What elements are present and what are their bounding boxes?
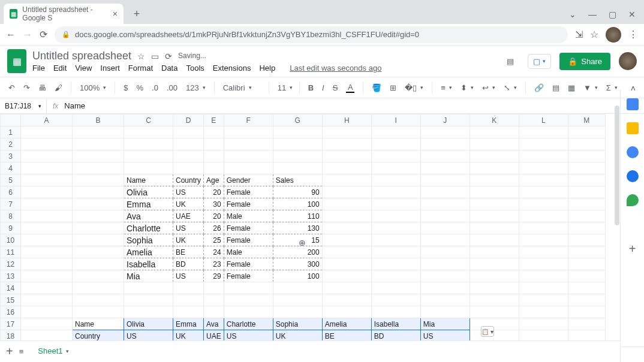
cell[interactable] <box>519 186 568 198</box>
menu-help[interactable]: Help <box>259 64 275 73</box>
forward-icon[interactable]: → <box>23 29 32 40</box>
cell[interactable] <box>470 270 519 282</box>
cell[interactable] <box>124 138 173 150</box>
cell[interactable] <box>204 294 224 306</box>
cell[interactable] <box>420 174 470 186</box>
font-size-select[interactable]: 11 <box>275 82 293 93</box>
cell[interactable] <box>470 126 519 138</box>
zoom-select[interactable]: 100% <box>77 82 109 93</box>
cell[interactable] <box>470 330 519 341</box>
cell[interactable] <box>420 246 470 258</box>
cell[interactable] <box>224 294 273 306</box>
cell[interactable] <box>73 174 124 186</box>
cell[interactable] <box>273 282 322 294</box>
cell[interactable] <box>73 210 124 222</box>
row-header[interactable]: 14 <box>1 282 21 294</box>
cell[interactable] <box>21 138 73 150</box>
cell[interactable]: Sophia <box>124 234 173 246</box>
new-tab-button[interactable]: + <box>128 5 145 22</box>
cell[interactable]: 29 <box>204 270 224 282</box>
cell[interactable] <box>371 126 420 138</box>
col-header[interactable]: B <box>73 114 124 126</box>
cell[interactable] <box>568 126 605 138</box>
row-header[interactable]: 9 <box>1 222 21 234</box>
cell[interactable] <box>73 126 124 138</box>
cell[interactable] <box>420 150 470 162</box>
vertical-scrollbar[interactable] <box>614 105 620 321</box>
cell[interactable]: Name <box>73 318 124 330</box>
cell[interactable] <box>322 210 371 222</box>
cell[interactable] <box>420 306 470 318</box>
cell[interactable] <box>568 186 605 198</box>
cell[interactable] <box>568 330 605 341</box>
row-header[interactable]: 2 <box>1 138 21 150</box>
row-header[interactable]: 3 <box>1 150 21 162</box>
close-window-icon[interactable]: ✕ <box>628 10 636 19</box>
menu-view[interactable]: View <box>75 64 92 73</box>
cell[interactable] <box>420 258 470 270</box>
cell[interactable] <box>73 246 124 258</box>
cell[interactable] <box>322 174 371 186</box>
currency-button[interactable]: $ <box>121 82 130 93</box>
cell[interactable] <box>224 126 273 138</box>
cell[interactable]: 100 <box>273 270 322 282</box>
cell[interactable] <box>73 162 124 174</box>
cell[interactable] <box>322 234 371 246</box>
close-tab-icon[interactable]: × <box>113 9 118 19</box>
cell[interactable] <box>519 270 568 282</box>
cell[interactable] <box>568 234 605 246</box>
cell[interactable]: US <box>173 270 204 282</box>
cell[interactable] <box>519 330 568 341</box>
row-header[interactable]: 6 <box>1 186 21 198</box>
undo-icon[interactable]: ↶ <box>6 82 17 93</box>
cell[interactable] <box>322 186 371 198</box>
cell[interactable]: Female <box>224 186 273 198</box>
meet-button[interactable]: ▢▾ <box>528 54 551 69</box>
cell[interactable]: 20 <box>204 210 224 222</box>
cell[interactable] <box>322 138 371 150</box>
cell[interactable] <box>204 126 224 138</box>
cell[interactable] <box>21 234 73 246</box>
all-sheets-button[interactable]: ≡ <box>19 347 24 356</box>
menu-icon[interactable]: ⋮ <box>628 29 638 40</box>
v-align-button[interactable]: ⬍ <box>458 82 476 93</box>
percent-button[interactable]: % <box>134 82 146 93</box>
print-icon[interactable]: 🖶 <box>36 82 49 93</box>
borders-button[interactable]: ⊞ <box>387 82 399 93</box>
menu-edit[interactable]: Edit <box>53 64 67 73</box>
cell[interactable]: UK <box>173 330 204 341</box>
cell[interactable] <box>371 258 420 270</box>
cell[interactable] <box>371 186 420 198</box>
cell[interactable]: BD <box>173 258 204 270</box>
tasks-icon[interactable] <box>627 146 639 158</box>
cell[interactable] <box>519 258 568 270</box>
maximize-icon[interactable]: ▢ <box>609 10 616 19</box>
cell[interactable]: BD <box>371 330 420 341</box>
row-header[interactable]: 11 <box>1 246 21 258</box>
chart-button[interactable]: ▦ <box>565 82 577 93</box>
filter-button[interactable]: ▼ <box>581 82 600 93</box>
row-header[interactable]: 8 <box>1 210 21 222</box>
cell[interactable]: UAE <box>204 330 224 341</box>
cell[interactable]: US <box>224 330 273 341</box>
cell[interactable] <box>322 282 371 294</box>
install-icon[interactable]: ⇲ <box>575 29 583 40</box>
menu-extensions[interactable]: Extensions <box>213 64 251 73</box>
cell[interactable] <box>204 306 224 318</box>
cell[interactable]: US <box>173 222 204 234</box>
cell[interactable] <box>322 306 371 318</box>
doc-title[interactable]: Untitled spreadsheet <box>32 50 131 62</box>
cell[interactable] <box>173 306 204 318</box>
cell[interactable] <box>371 138 420 150</box>
cell[interactable] <box>124 162 173 174</box>
cell[interactable]: 130 <box>273 222 322 234</box>
row-header[interactable]: 16 <box>1 306 21 318</box>
fill-color-button[interactable]: 🪣 <box>369 82 384 93</box>
cell[interactable]: UK <box>273 330 322 341</box>
row-header[interactable]: 18 <box>1 330 21 341</box>
cell[interactable] <box>420 294 470 306</box>
row-header[interactable]: 4 <box>1 162 21 174</box>
col-header[interactable]: C <box>124 114 173 126</box>
row-header[interactable]: 5 <box>1 174 21 186</box>
cell[interactable]: Male <box>224 246 273 258</box>
